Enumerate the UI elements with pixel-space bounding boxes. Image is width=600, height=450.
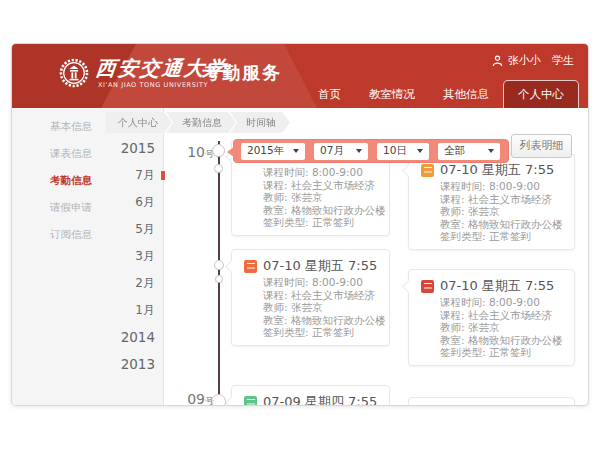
timeline-nav-2015[interactable]: 2015 — [121, 135, 155, 162]
nav-item-classrooms[interactable]: 教室情况 — [355, 81, 429, 108]
card-body: 课程时间: 8:00-9:00 课程: 社会主义市场经济 教师: 张芸京 教室:… — [244, 166, 377, 229]
current-month-marker — [161, 171, 165, 180]
timeline-year-nav: 2015 7月 6月 5月 3月 2月 1月 2014 2013 — [121, 135, 155, 378]
day-label-09: 09号 — [170, 391, 214, 406]
user-name: 张小小 — [508, 53, 541, 68]
university-name-en: XI'AN JIAO TONG UNIVERSITY — [98, 81, 208, 89]
user-info[interactable]: 张小小 学生 — [492, 53, 574, 68]
attendance-card: 07-09 星期四 7:55 课程时间: 8:00-9:00 课程: 社会主义市… — [231, 385, 390, 406]
attendance-card-clipped — [408, 397, 575, 406]
card-body: 课程时间: 8:00-9:00 课程: 社会主义市场经济 教师: 张芸京 教室:… — [244, 276, 377, 339]
card-date: 07-10 星期五 7:55 — [440, 278, 554, 294]
nav-item-home[interactable]: 首页 — [304, 81, 355, 108]
timeline-nav-mar[interactable]: 3月 — [121, 243, 155, 270]
timeline-nav-feb[interactable]: 2月 — [121, 270, 155, 297]
timeline-nav-may[interactable]: 5月 — [121, 216, 155, 243]
card-header: 07-10 星期五 7:55 — [421, 278, 562, 294]
card-body: 课程时间: 8:00-9:00 课程: 社会主义市场经济 教师: 张芸京 教室:… — [421, 296, 562, 359]
card-date: 07-09 星期四 7:55 — [263, 394, 377, 406]
day-label-10: 10号 — [170, 144, 214, 161]
card-body: 课程时间: 8:00-9:00 课程: 社会主义市场经济 教师: 张芸京 教室:… — [421, 180, 562, 243]
university-logo-icon — [59, 58, 89, 88]
app-window: 西安交通大学 XI'AN JIAO TONG UNIVERSITY 考勤服务 张… — [11, 43, 589, 406]
nav-item-other-info[interactable]: 其他信息 — [429, 81, 503, 108]
breadcrumb-timeline[interactable]: 时间轴 — [230, 112, 290, 133]
chevron-down-icon — [356, 149, 362, 153]
calendar-icon — [421, 164, 434, 177]
nav-item-personal-center[interactable]: 个人中心 — [503, 80, 579, 108]
scope-dropdown[interactable]: 全部 — [438, 143, 500, 160]
attendance-card: 07-10 星期五 7:55 课程时间: 8:00-9:00 课程: 社会主义市… — [408, 269, 575, 366]
calendar-icon — [244, 260, 257, 273]
card-header: 07-10 星期五 7:55 — [421, 162, 562, 178]
calendar-icon — [244, 396, 257, 407]
card-header: 07-10 星期五 7:55 — [244, 258, 377, 274]
breadcrumb-attendance-info[interactable]: 考勤信息 — [166, 112, 236, 133]
list-detail-button[interactable]: 列表明细 — [511, 134, 572, 158]
date-filter-bar: 2015年 07月 10日 全部 — [233, 139, 509, 163]
top-nav: 首页 教室情况 其他信息 个人中心 — [304, 80, 579, 108]
app-title: 考勤服务 — [202, 61, 282, 85]
user-icon — [492, 55, 503, 67]
chevron-down-icon — [417, 149, 423, 153]
user-role: 学生 — [552, 53, 574, 68]
breadcrumb: 个人中心 考勤信息 时间轴 — [106, 112, 290, 133]
timeline-nav-jul[interactable]: 7月 — [121, 162, 155, 189]
timeline-node — [214, 164, 223, 173]
app-header: 西安交通大学 XI'AN JIAO TONG UNIVERSITY 考勤服务 张… — [12, 44, 588, 108]
sidebar: 基本信息 课表信息 考勤信息 请假申请 订阅信息 2015 7月 6月 5月 3… — [12, 108, 164, 406]
timeline-nav-2014[interactable]: 2014 — [121, 324, 155, 351]
timeline-node — [215, 275, 223, 283]
page: 西安交通大学 XI'AN JIAO TONG UNIVERSITY 考勤服务 张… — [0, 0, 600, 450]
attendance-card: 07-10 星期五 7:55 课程时间: 8:00-9:00 课程: 社会主义市… — [231, 249, 390, 346]
day-dropdown[interactable]: 10日 — [377, 143, 429, 160]
calendar-icon — [421, 280, 434, 293]
card-header: 07-09 星期四 7:55 — [244, 394, 377, 406]
timeline-line — [218, 141, 220, 405]
attendance-card: 07-10 星期五 7:55 课程时间: 8:00-9:00 课程: 社会主义市… — [408, 153, 575, 250]
card-date: 07-10 星期五 7:55 — [263, 258, 377, 274]
timeline-nav-jun[interactable]: 6月 — [121, 189, 155, 216]
timeline-node — [214, 260, 224, 270]
month-dropdown[interactable]: 07月 — [314, 143, 368, 160]
breadcrumb-personal-center[interactable]: 个人中心 — [106, 112, 172, 133]
card-date: 07-10 星期五 7:55 — [440, 162, 554, 178]
timeline-nav-2013[interactable]: 2013 — [121, 351, 155, 378]
chevron-down-icon — [488, 149, 494, 153]
chevron-down-icon — [293, 149, 299, 153]
timeline-nav-jan[interactable]: 1月 — [121, 297, 155, 324]
year-dropdown[interactable]: 2015年 — [241, 143, 305, 160]
